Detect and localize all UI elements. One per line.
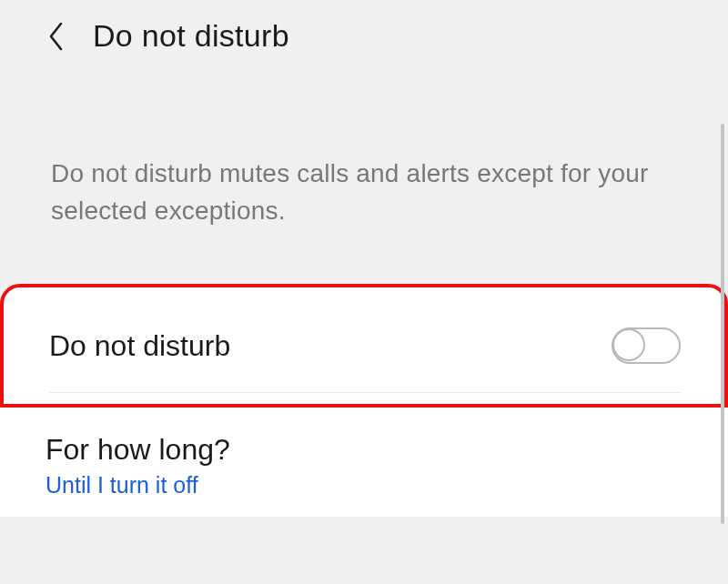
description-text: Do not disturb mutes calls and alerts ex… <box>0 81 728 284</box>
do-not-disturb-label: Do not disturb <box>49 329 230 363</box>
toggle-knob <box>612 328 645 361</box>
header: Do not disturb <box>0 0 728 81</box>
duration-row[interactable]: For how long? Until I turn it off <box>0 408 728 517</box>
divider <box>49 392 681 393</box>
duration-value: Until I turn it off <box>46 472 684 498</box>
scrollbar[interactable] <box>721 124 724 524</box>
back-icon[interactable] <box>46 25 67 47</box>
settings-card: Do not disturb For how long? Until I tur… <box>0 284 728 517</box>
page-title: Do not disturb <box>93 18 289 54</box>
do-not-disturb-row[interactable]: Do not disturb <box>0 284 728 408</box>
duration-label: For how long? <box>46 433 684 467</box>
do-not-disturb-toggle[interactable] <box>612 327 681 364</box>
